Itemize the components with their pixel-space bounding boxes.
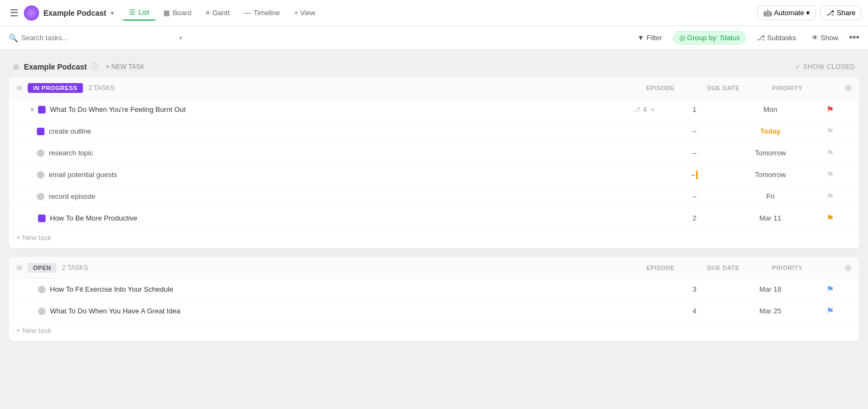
subtask-episode: – (656, 192, 732, 200)
gantt-tab-icon: ≡ (206, 9, 210, 17)
project-title: Example Podcast (24, 62, 87, 71)
col-priority-header: PRIORITY (772, 85, 802, 91)
tab-view-add[interactable]: + View (288, 5, 322, 21)
show-button[interactable]: 👁 Show (807, 32, 843, 44)
subtasks-button[interactable]: ⎇ Subtasks (752, 32, 800, 44)
nav-right: 🤖 Automate ▾ ⎇ Share (757, 5, 861, 20)
subtask-name[interactable]: record episode (49, 192, 656, 200)
new-task-button-header[interactable]: + NEW TASK (103, 62, 148, 72)
in-progress-count: 2 TASKS (88, 84, 114, 92)
subtask-priority[interactable]: ⚑ (808, 126, 852, 136)
search-box[interactable]: 🔍 ▾ (9, 34, 182, 42)
task-status-dot (38, 307, 46, 315)
search-chevron-icon[interactable]: ▾ (179, 34, 182, 42)
subtask-priority[interactable]: ⚑ (808, 148, 852, 158)
toolbar-right: ▼ Filter ◎ Group by: Status ⎇ Subtasks 👁… (633, 31, 859, 45)
subtask-status-dot (37, 171, 44, 179)
automate-chevron-icon: ▾ (806, 9, 810, 17)
col-due-date-header-open: DUE DATE (707, 265, 739, 271)
tab-gantt[interactable]: ≡ Gantt (199, 5, 236, 21)
task-priority[interactable]: ⚑ (808, 306, 852, 316)
group-by-button[interactable]: ◎ Group by: Status (673, 31, 746, 45)
show-icon: 👁 (812, 34, 819, 42)
top-nav: ☰ Example Podcast ▾ ☰ List ▦ Board ≡ Gan… (0, 0, 868, 26)
subtask-status-dot (37, 149, 44, 157)
project-name-nav: Example Podcast (43, 9, 106, 17)
task-due-date: Mar 25 (732, 307, 808, 315)
subtasks-icon: ⎇ (757, 34, 765, 42)
open-badge: OPEN (28, 263, 56, 273)
in-progress-collapse-icon[interactable]: ⊖ (16, 84, 22, 92)
task-name[interactable]: What To Do When You Have A Great Idea (50, 307, 656, 315)
task-name[interactable]: What To Do When You're Feeling Burnt Out (50, 105, 634, 114)
tab-list[interactable]: ☰ List (123, 5, 156, 21)
table-row[interactable]: What To Do When You Have A Great Idea 4 … (9, 300, 859, 322)
subtask-episode: – (656, 127, 732, 135)
project-collapse-icon[interactable]: ⊖ (13, 62, 20, 71)
add-subtask-icon[interactable]: ＋ (649, 105, 656, 115)
project-header: ⊖ Example Podcast ⓘ + NEW TASK ✓ SHOW CL… (9, 56, 859, 77)
subtask-priority[interactable]: ⚑ (808, 169, 852, 180)
automate-icon: 🤖 (763, 9, 772, 17)
subtask-status-dot (37, 128, 44, 135)
subtask-priority[interactable]: ⚑ (808, 191, 852, 202)
flag-blue-icon: ⚑ (826, 306, 834, 316)
flag-gray-icon: ⚑ (826, 127, 834, 136)
new-task-in-progress-button[interactable]: + New task (9, 229, 859, 248)
ep-bar-segment (696, 171, 698, 179)
filter-icon: ▼ (637, 34, 644, 42)
search-input[interactable] (21, 34, 176, 42)
task-name[interactable]: How To Be More Productive (50, 214, 656, 222)
open-count: 2 TASKS (62, 264, 88, 272)
tab-timeline[interactable]: — Timeline (237, 5, 286, 21)
task-priority[interactable]: ⚑ (808, 284, 852, 294)
table-row[interactable]: research topic – Tomorrow ⚑ (9, 142, 859, 164)
timeline-tab-icon: — (244, 9, 251, 17)
main-content: ⊖ Example Podcast ⓘ + NEW TASK ✓ SHOW CL… (0, 50, 868, 409)
flag-gray-icon: ⚑ (826, 148, 834, 158)
table-row[interactable]: create outline – Today ⚑ (9, 121, 859, 142)
tab-board[interactable]: ▦ Board (157, 5, 198, 21)
table-row[interactable]: record episode – Fri ⚑ (9, 186, 859, 207)
show-closed-button[interactable]: ✓ SHOW CLOSED (795, 63, 855, 71)
subtask-name[interactable]: create outline (49, 127, 656, 135)
task-name[interactable]: How To Fit Exercise Into Your Schedule (50, 285, 656, 293)
table-row[interactable]: How To Be More Productive 2 Mar 11 ⚑ (9, 207, 859, 229)
toolbar: 🔍 ▾ ▼ Filter ◎ Group by: Status ⎇ Subtas… (0, 26, 868, 50)
task-due-date: Mar 11 (732, 214, 808, 222)
table-row[interactable]: How To Fit Exercise Into Your Schedule 3… (9, 279, 859, 300)
group-by-icon: ◎ (679, 34, 685, 42)
subtask-episode: – (656, 171, 732, 179)
share-button[interactable]: ⎇ Share (820, 5, 861, 20)
open-columns: EPISODE DUE DATE PRIORITY (646, 265, 835, 271)
task-episode: 3 (656, 285, 732, 293)
project-info-icon[interactable]: ⓘ (91, 62, 98, 72)
subtask-status-dot (37, 193, 44, 200)
col-episode-header: EPISODE (646, 85, 674, 91)
flag-gray-icon: ⚑ (826, 192, 834, 201)
flag-yellow-icon: ⚑ (826, 213, 834, 223)
episode-bar: – (691, 171, 698, 179)
filter-button[interactable]: ▼ Filter (633, 32, 667, 44)
open-collapse-icon[interactable]: ⊖ (16, 263, 22, 272)
new-task-open-button[interactable]: + New task (9, 322, 859, 341)
open-group: ⊖ OPEN 2 TASKS EPISODE DUE DATE PRIORITY… (9, 257, 859, 341)
open-add-icon[interactable]: ⊕ (845, 262, 852, 273)
task-episode: 2 (656, 214, 732, 222)
project-chevron-icon[interactable]: ▾ (111, 9, 114, 17)
subtask-name[interactable]: research topic (49, 149, 656, 157)
subtask-episode: – (656, 149, 732, 157)
more-options-button[interactable]: ••• (849, 32, 859, 43)
automate-button[interactable]: 🤖 Automate ▾ (757, 5, 816, 20)
table-row[interactable]: ▼ What To Do When You're Feeling Burnt O… (9, 99, 859, 121)
in-progress-badge: IN PROGRESS (28, 83, 83, 93)
task-expand-icon[interactable]: ▼ (29, 106, 38, 113)
hamburger-icon[interactable]: ☰ (7, 4, 22, 22)
in-progress-add-icon[interactable]: ⊕ (845, 83, 852, 93)
task-priority[interactable]: ⚑ (808, 104, 852, 115)
table-row[interactable]: email potential guests – Tomorrow ⚑ (9, 164, 859, 186)
task-priority[interactable]: ⚑ (808, 213, 852, 223)
task-due-date: Mar 18 (732, 285, 808, 293)
task-due-date: Mon (732, 105, 808, 114)
subtask-name[interactable]: email potential guests (49, 171, 656, 179)
